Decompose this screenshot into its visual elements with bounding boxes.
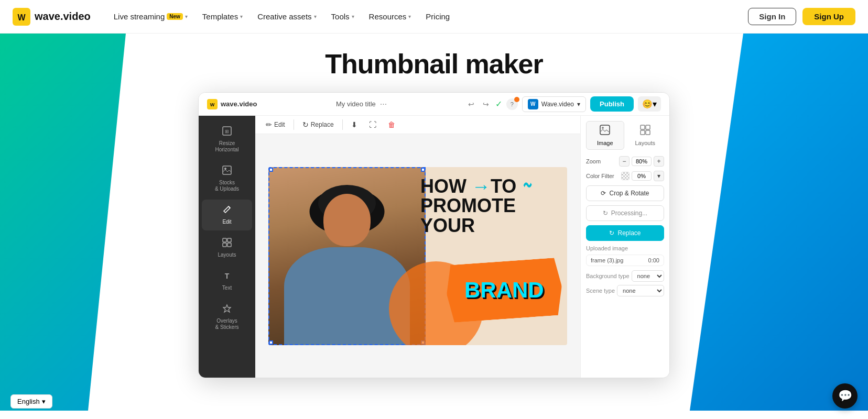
svg-rect-18: [641, 130, 645, 135]
panel-file-row: frame (3).jpg 0:00: [586, 255, 664, 266]
background-type-label: Background type: [586, 273, 630, 279]
canvas-toolbar: ✏ Edit ↻ Replace ⬇ ⛶: [255, 116, 580, 134]
image-tab-icon: [600, 125, 610, 138]
navbar: W wave.video Live streaming New ▾ Templa…: [0, 0, 868, 34]
sidebar-item-layouts[interactable]: Layouts: [202, 233, 252, 263]
canvas-download-button[interactable]: ⬇: [347, 119, 362, 130]
sidebar-item-text[interactable]: T Text: [202, 266, 252, 296]
chevron-down-icon: ▾: [352, 14, 354, 19]
zoom-plus-button[interactable]: +: [654, 156, 664, 167]
crop-rotate-button[interactable]: ⟳ Crop & Rotate: [586, 185, 664, 201]
panel-tabs: Image Layouts: [586, 121, 664, 150]
svg-point-15: [602, 127, 604, 129]
sidebar-label-text: Text: [222, 285, 232, 291]
zoom-minus-button[interactable]: −: [619, 156, 630, 167]
chat-bubble-button[interactable]: 💬: [832, 383, 858, 409]
nav-item-tools[interactable]: Tools ▾: [325, 9, 361, 24]
background-type-select[interactable]: none: [632, 270, 664, 282]
page-title: Thumbnail maker: [325, 48, 543, 80]
panel-tab-layouts[interactable]: Layouts: [626, 121, 665, 150]
resize-icon: ⊞: [222, 126, 232, 138]
language-selector[interactable]: English ▾: [10, 394, 52, 409]
workspace-icon: W: [528, 99, 538, 109]
sidebar-label-stocks: Stocks& Uploads: [215, 180, 239, 192]
editor-mockup: W wave.video My video title ··· ↩ ↪ ✓ ?: [198, 92, 670, 378]
line3: YOUR: [420, 215, 475, 236]
sidebar-label-overlays: Overlays& Stickers: [215, 318, 238, 330]
nav-item-creative-assets[interactable]: Creative assets ▾: [251, 9, 322, 24]
nav-item-templates[interactable]: Templates ▾: [196, 9, 249, 24]
chevron-down-icon: ▾: [185, 14, 188, 19]
canvas-crop-button[interactable]: ⛶: [365, 119, 381, 130]
panel-scene-row: Scene type none: [586, 285, 664, 296]
nav-item-live-streaming[interactable]: Live streaming New ▾: [107, 9, 194, 24]
nav-links: Live streaming New ▾ Templates ▾ Creativ…: [107, 9, 748, 24]
panel-tab-image[interactable]: Image: [586, 121, 624, 150]
sidebar-item-stocks[interactable]: Stocks& Uploads: [202, 160, 252, 197]
scene-type-select[interactable]: none: [617, 285, 664, 296]
editor-right-panel: Image Layouts Zoom − 80%: [580, 116, 669, 378]
file-time: 0:00: [648, 257, 659, 263]
sidebar-label-edit: Edit: [222, 219, 231, 225]
toolbar-separator: [294, 119, 294, 130]
lang-chevron-icon: ▾: [42, 398, 46, 405]
canvas-frame[interactable]: ↻ 〜 HOW →TO PROMOTE YO: [268, 167, 567, 345]
canvas-delete-button[interactable]: 🗑: [384, 119, 399, 130]
workspace-selector[interactable]: W Wave.video ▾: [522, 96, 586, 112]
wave-logo-icon: W: [13, 8, 30, 26]
workspace-chevron-icon: ▾: [577, 101, 580, 108]
delete-tool-icon: 🗑: [388, 120, 395, 129]
nav-item-pricing[interactable]: Pricing: [419, 9, 456, 24]
editor-title-area: My video title ···: [336, 100, 387, 109]
zoom-controls: − 80% +: [619, 156, 664, 167]
canvas-edit-button[interactable]: ✏ Edit: [262, 119, 289, 130]
notification-dot: [514, 97, 519, 102]
canvas-replace-button[interactable]: ↻ Replace: [298, 119, 338, 130]
help-button[interactable]: ?: [506, 98, 518, 110]
scene-type-label: Scene type: [586, 288, 615, 294]
panel-color-filter-row: Color Filter 0% ▾: [586, 171, 664, 181]
sidebar-item-resize[interactable]: ⊞ ResizeHorizontal: [202, 121, 252, 158]
brand-sticker: BRAND: [444, 257, 563, 323]
svg-marker-13: [223, 305, 231, 312]
processing-spinner-icon: ↻: [603, 210, 608, 217]
emoji-button[interactable]: 😊▾: [638, 96, 661, 112]
sidebar-label-layouts: Layouts: [218, 252, 236, 258]
zoom-value: 80%: [632, 157, 652, 166]
file-name: frame (3).jpg: [591, 257, 623, 263]
replace-button[interactable]: ↻ Replace: [586, 225, 664, 241]
canvas-replace-label: Replace: [311, 121, 334, 128]
sign-in-button[interactable]: Sign In: [748, 8, 796, 25]
processing-button: ↻ Processing...: [586, 205, 664, 221]
svg-rect-19: [646, 130, 650, 135]
redo-button[interactable]: ↪: [481, 98, 491, 111]
nav-actions: Sign In Sign Up: [748, 8, 855, 25]
editor-logo: W wave.video: [207, 99, 257, 109]
sidebar-item-edit[interactable]: Edit: [202, 200, 252, 230]
editor-sidebar: ⊞ ResizeHorizontal Stocks& Uploads: [199, 116, 255, 378]
panel-tab-layouts-label: Layouts: [635, 140, 655, 146]
color-filter-value: 0%: [632, 171, 652, 181]
svg-text:⊞: ⊞: [225, 129, 229, 134]
canvas-edit-label: Edit: [274, 121, 285, 128]
editor-canvas-area: ✏ Edit ↻ Replace ⬇ ⛶: [255, 116, 580, 378]
editor-more-icon[interactable]: ···: [380, 100, 387, 109]
sign-up-button[interactable]: Sign Up: [802, 8, 855, 25]
svg-rect-10: [223, 243, 226, 247]
svg-rect-16: [641, 125, 645, 129]
line2: PROMOTE: [420, 195, 516, 216]
nav-item-resources[interactable]: Resources ▾: [363, 9, 418, 24]
zoom-label: Zoom: [586, 158, 601, 164]
editor-body: ⊞ ResizeHorizontal Stocks& Uploads: [199, 116, 669, 378]
undo-button[interactable]: ↩: [466, 98, 476, 111]
chat-icon: 💬: [838, 389, 852, 403]
color-filter-label: Color Filter: [586, 173, 614, 179]
svg-rect-9: [227, 238, 231, 242]
panel-background-row: Background type none: [586, 270, 664, 282]
nav-logo[interactable]: W wave.video: [13, 8, 91, 26]
publish-button[interactable]: Publish: [590, 96, 634, 112]
sidebar-item-overlays[interactable]: Overlays& Stickers: [202, 299, 252, 336]
color-chevron-icon[interactable]: ▾: [654, 171, 664, 181]
color-checker: [621, 172, 630, 180]
editor-video-title[interactable]: My video title: [336, 100, 376, 108]
